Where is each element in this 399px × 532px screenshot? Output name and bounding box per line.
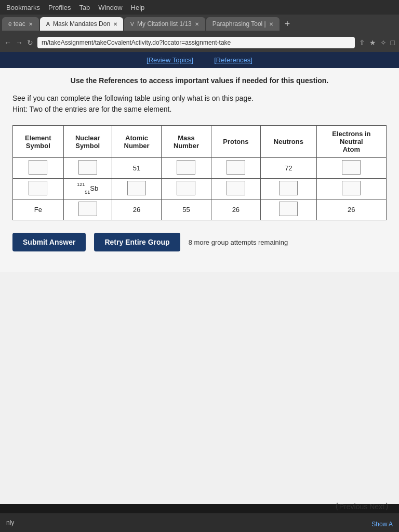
row3-element-symbol: Fe (13, 200, 64, 220)
forward-icon[interactable]: → (16, 38, 23, 47)
address-bar: ← → ↻ ⇧ ★ ✧ □ (0, 33, 399, 52)
next-button[interactable]: Next ⟩ (369, 501, 389, 511)
menu-bookmarks[interactable]: Bookmarks (6, 4, 40, 11)
row3-nuclear-input[interactable] (78, 202, 97, 216)
tab-citation-label: My Citation list 1/13 (137, 20, 192, 28)
col-header-electrons: Electrons inNeutralAtom (316, 126, 386, 158)
row1-electrons (316, 158, 386, 179)
row1-atomic-number: 51 (112, 158, 161, 179)
review-topics-link[interactable]: [Review Topics] (147, 56, 193, 64)
menu-tab[interactable]: Tab (79, 4, 90, 11)
row2-atomic-input[interactable] (127, 181, 146, 195)
menu-help[interactable]: Help (131, 4, 145, 11)
instruction-text: Use the References to access important v… (12, 76, 387, 85)
row1-electrons-input[interactable] (342, 160, 361, 175)
references-link[interactable]: [References] (214, 56, 252, 64)
page-body: Use the References to access important v… (0, 68, 399, 272)
row2-electrons (316, 179, 386, 200)
row1-element-input[interactable] (29, 160, 47, 175)
tab-teac-label: e teac (8, 20, 25, 28)
row3-protons: 26 (211, 200, 260, 220)
bottom-nav: ⟨ Previous Next ⟩ (335, 501, 389, 511)
previous-label: Previous (339, 502, 367, 511)
page-toolbar: [Review Topics] [References] (0, 52, 399, 68)
row3-neutrons (261, 200, 317, 220)
row2-mass-input[interactable] (177, 181, 195, 195)
row2-nuclear-symbol: 12151Sb (63, 179, 112, 200)
chevron-left-icon: ⟨ (335, 501, 338, 511)
menu-window[interactable]: Window (98, 4, 122, 11)
chevron-right-icon: ⟩ (385, 501, 389, 511)
row1-mass-input[interactable] (177, 160, 195, 175)
col-header-protons: Protons (211, 126, 260, 158)
col-header-element: ElementSymbol (13, 126, 64, 158)
tab-bar: e teac ✕ A Mask Mandates Don ✕ V My Cita… (0, 15, 399, 33)
row3-neutrons-input[interactable] (279, 202, 298, 216)
intro-text: See if you can complete the following ta… (12, 93, 387, 115)
row2-electrons-input[interactable] (342, 181, 361, 195)
address-input[interactable] (37, 37, 355, 48)
browser-menu-bar: Bookmarks Profiles Tab Window Help (0, 0, 399, 15)
submit-answer-button[interactable]: Submit Answer (12, 233, 86, 251)
row2-neutrons-input[interactable] (279, 181, 298, 195)
row2-protons (211, 179, 260, 200)
row3-protons-value: 26 (232, 206, 240, 214)
col-header-neutrons: Neutrons (261, 126, 317, 158)
row3-electrons-value: 26 (348, 206, 355, 214)
star-icon[interactable]: ★ (369, 38, 376, 47)
row2-protons-input[interactable] (227, 181, 245, 195)
retry-entire-group-button[interactable]: Retry Entire Group (94, 233, 180, 251)
tab-paraphrase[interactable]: Paraphrasing Tool | ✕ (206, 17, 280, 31)
row2-atomic-number (112, 179, 161, 200)
col-header-mass: MassNumber (162, 126, 211, 158)
next-label: Next (369, 502, 384, 511)
row2-element-symbol (13, 179, 64, 200)
row3-nuclear-symbol (63, 200, 112, 220)
row3-atomic-number: 26 (112, 200, 161, 220)
row1-element-symbol (13, 158, 64, 179)
row2-mass-number (162, 179, 211, 200)
row3-mass-value: 55 (182, 206, 190, 214)
tab-mask-label: Mask Mandates Don (53, 20, 110, 28)
row2-nuclear-value: 12151Sb (77, 184, 98, 194)
tab-paraphrase-label: Paraphrasing Tool | (212, 20, 266, 28)
row1-nuclear-symbol (63, 158, 112, 179)
back-icon[interactable]: ← (4, 38, 11, 47)
row1-protons-input[interactable] (227, 160, 245, 175)
tab-teac[interactable]: e teac ✕ (2, 17, 39, 31)
tab-mask[interactable]: A Mask Mandates Don ✕ (40, 17, 123, 31)
previous-button[interactable]: ⟨ Previous (335, 501, 367, 511)
table-row: 51 72 (13, 158, 387, 179)
tab-citation-icon: V (130, 21, 134, 27)
row2-element-input[interactable] (29, 181, 47, 195)
tab-mask-close[interactable]: ✕ (113, 21, 117, 27)
tab-teac-close[interactable]: ✕ (29, 21, 33, 27)
table-row: 12151Sb (13, 179, 387, 200)
row3-atomic-value: 26 (133, 206, 140, 214)
page-content: [Review Topics] [References] Use the Ref… (0, 52, 399, 504)
window-icon[interactable]: □ (391, 38, 395, 47)
row1-nuclear-input[interactable] (78, 160, 97, 175)
bottom-bar-label: nly (6, 519, 14, 526)
tab-citation-close[interactable]: ✕ (195, 21, 199, 27)
show-button[interactable]: Show A (371, 521, 393, 528)
attempts-remaining-text: 8 more group attempts remaining (189, 238, 288, 246)
tab-paraphrase-close[interactable]: ✕ (269, 21, 273, 27)
row3-electrons: 26 (316, 200, 386, 220)
col-header-nuclear: NuclearSymbol (63, 126, 112, 158)
pin-icon[interactable]: ✧ (380, 38, 387, 47)
new-tab-button[interactable]: + (281, 19, 295, 30)
menu-profiles[interactable]: Profiles (48, 4, 71, 11)
row3-element-value: Fe (34, 206, 42, 214)
tab-citation[interactable]: V My Citation list 1/13 ✕ (124, 17, 205, 31)
row2-neutrons (261, 179, 317, 200)
row1-neutrons-value: 72 (285, 164, 292, 172)
reload-icon[interactable]: ↻ (27, 38, 33, 47)
row1-atomic-value: 51 (133, 164, 140, 172)
row1-mass-number (162, 158, 211, 179)
upload-icon[interactable]: ⇧ (359, 38, 365, 47)
tab-mask-icon: A (46, 21, 50, 27)
row1-protons (211, 158, 260, 179)
col-header-atomic: AtomicNumber (112, 126, 161, 158)
button-row: Submit Answer Retry Entire Group 8 more … (12, 233, 387, 251)
